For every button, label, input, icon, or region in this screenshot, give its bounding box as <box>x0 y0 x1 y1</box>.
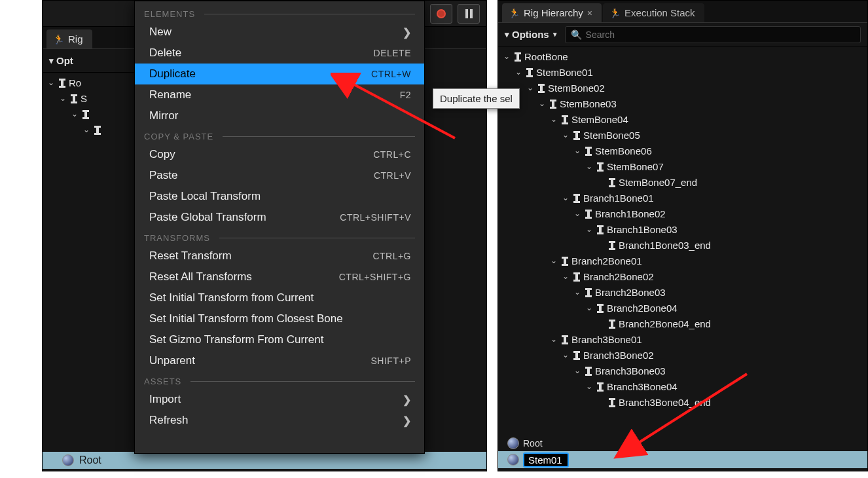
expand-icon[interactable]: ⌄ <box>526 80 535 96</box>
bone-icon <box>560 335 570 345</box>
expand-icon[interactable]: ⌄ <box>58 90 67 106</box>
tab-rig-hierarchy-left[interactable]: 🏃 Rig <box>46 29 92 48</box>
expand-icon[interactable]: ⌄ <box>549 111 558 127</box>
tree-row[interactable]: ⌄Branch1Bone03 <box>502 222 867 238</box>
tree-row[interactable]: ⌄StemBone02 <box>502 81 867 96</box>
expand-icon[interactable]: ⌄ <box>502 48 511 64</box>
tree-row[interactable]: ⌄Branch2Bone04 <box>502 301 867 316</box>
ctx-unparent[interactable]: UnparentSHIFT+P <box>135 350 424 371</box>
expand-icon[interactable]: ⌄ <box>585 378 594 394</box>
ctx-copy[interactable]: CopyCTRL+C <box>135 144 424 165</box>
tab-label: Execution Stack <box>624 7 695 18</box>
tree-row[interactable]: ⌄Branch1Bone02 <box>502 206 867 222</box>
bone-icon <box>69 94 79 104</box>
tooltip: Duplicate the sel <box>433 88 520 109</box>
bone-label: StemBone07_end <box>619 175 697 191</box>
expand-icon[interactable]: ⌄ <box>82 122 91 138</box>
tab-rig-hierarchy[interactable]: 🏃 Rig Hierarchy × <box>502 3 602 22</box>
ctx-section-elements: ELEMENTS <box>135 4 424 22</box>
left-root-selected[interactable]: Root <box>43 452 486 469</box>
tree-row[interactable]: Branch1Bone03_end <box>502 238 867 253</box>
tree-row[interactable]: ⌄Branch3Bone02 <box>502 348 867 363</box>
ctx-reset-all[interactable]: Reset All TransformsCTRL+SHIFT+G <box>135 267 424 287</box>
ctx-paste[interactable]: PasteCTRL+V <box>135 165 424 186</box>
tree-row[interactable]: ⌄StemBone05 <box>502 128 867 143</box>
bone-icon <box>583 366 594 377</box>
options-button[interactable]: ▾ Options ▼ <box>505 29 558 40</box>
ctx-delete[interactable]: DeleteDELETE <box>135 43 424 64</box>
tree-row[interactable]: ⌄Branch2Bone02 <box>502 269 867 285</box>
bone-label: Branch3Bone03 <box>595 363 666 379</box>
expand-icon[interactable]: ⌄ <box>585 221 594 237</box>
expand-icon[interactable]: ⌄ <box>573 284 582 300</box>
record-button[interactable] <box>430 4 452 24</box>
bone-icon <box>536 83 547 94</box>
expand-icon[interactable]: ⌄ <box>549 253 558 268</box>
tree-row[interactable]: ⌄StemBone06 <box>502 143 867 159</box>
tree-row[interactable]: StemBone07_end <box>502 175 867 191</box>
ctx-import[interactable]: Import❯ <box>135 389 424 410</box>
ctx-new[interactable]: New❯ <box>135 22 424 43</box>
tree-row[interactable]: ⌄Branch2Bone03 <box>502 285 867 301</box>
tree-row[interactable]: ⌄Branch1Bone01 <box>502 191 867 206</box>
tree-row[interactable]: ⌄StemBone01 <box>502 65 867 81</box>
tree-row[interactable]: Branch2Bone04_end <box>502 316 867 332</box>
tree-row[interactable]: ⌄Branch3Bone03 <box>502 363 867 379</box>
bone-label: Branch2Bone02 <box>583 269 654 285</box>
expand-icon[interactable]: ⌄ <box>549 331 558 347</box>
ctx-paste-local[interactable]: Paste Local Transform <box>135 186 424 207</box>
expand-icon[interactable]: ⌄ <box>573 363 582 378</box>
ctx-rename[interactable]: RenameF2 <box>135 84 424 105</box>
expand-icon[interactable]: ⌄ <box>573 206 582 221</box>
expand-icon[interactable]: ⌄ <box>561 127 570 143</box>
right-panel: 🏃 Rig Hierarchy × 🏃 Execution Stack ▾ Op… <box>497 0 868 471</box>
selected-rename-row[interactable]: Stem01 <box>498 451 867 468</box>
tree-row[interactable]: ⌄Branch3Bone04 <box>502 379 867 395</box>
expand-icon[interactable]: ⌄ <box>561 190 570 206</box>
ctx-set-init-current[interactable]: Set Initial Transform from Current <box>135 287 424 308</box>
options-button-left[interactable]: ▾ Opt <box>49 55 73 66</box>
expand-icon[interactable]: ⌄ <box>537 96 547 111</box>
bone-label: Branch1Bone01 <box>583 191 654 206</box>
tree-row[interactable]: ⌄RootBone <box>502 49 867 65</box>
expand-icon[interactable]: ⌄ <box>46 75 56 90</box>
expand-icon[interactable]: ⌄ <box>573 143 582 158</box>
search-input[interactable] <box>586 29 855 40</box>
tree-row[interactable]: ⌄StemBone04 <box>502 112 867 128</box>
rename-input[interactable]: Stem01 <box>523 452 569 468</box>
tab-execution-stack[interactable]: 🏃 Execution Stack <box>603 3 704 22</box>
close-icon[interactable]: × <box>587 8 592 18</box>
bone-label: Branch2Bone03 <box>595 285 666 301</box>
tree-row[interactable]: ⌄StemBone07 <box>502 159 867 175</box>
pause-button[interactable] <box>458 4 480 24</box>
ctx-set-gizmo[interactable]: Set Gizmo Transform From Current <box>135 329 424 350</box>
bone-icon <box>607 319 617 329</box>
bone-icon <box>548 99 558 109</box>
ctx-refresh[interactable]: Refresh❯ <box>135 410 424 431</box>
ctx-duplicate[interactable]: DuplicateCTRL+W <box>135 64 424 84</box>
expand-icon[interactable]: ⌄ <box>514 64 523 80</box>
ctx-set-init-bone[interactable]: Set Initial Transform from Closest Bone <box>135 308 424 329</box>
bone-icon <box>524 67 535 78</box>
bone-icon <box>595 225 606 235</box>
expand-icon[interactable]: ⌄ <box>561 347 570 363</box>
tree-row[interactable]: ⌄Branch3Bone01 <box>502 332 867 348</box>
tree-row[interactable]: ⌄StemBone03 <box>502 96 867 112</box>
root-control-row[interactable]: Root <box>498 435 867 451</box>
bone-icon <box>607 177 617 188</box>
ctx-mirror[interactable]: Mirror <box>135 105 424 126</box>
expand-icon[interactable]: ⌄ <box>70 106 79 122</box>
bone-label: Branch2Bone01 <box>571 253 642 269</box>
expand-icon[interactable]: ⌄ <box>585 158 594 174</box>
right-tabs: 🏃 Rig Hierarchy × 🏃 Execution Stack <box>498 1 867 23</box>
tree-row[interactable]: ⌄Branch2Bone01 <box>502 253 867 269</box>
ctx-paste-global[interactable]: Paste Global TransformCTRL+SHIFT+V <box>135 207 424 228</box>
bone-label: Branch3Bone01 <box>571 332 642 348</box>
expand-icon[interactable]: ⌄ <box>561 268 570 284</box>
search-field[interactable]: 🔍 <box>565 26 861 43</box>
left-panel: 🏃 Rig ▾ Opt ⌄Ro ⌄S ⌄ ⌄ ⌄ Root ELEMENTS N… <box>42 0 487 471</box>
tree-row[interactable]: Branch3Bone04_end <box>502 395 867 411</box>
expand-icon[interactable]: ⌄ <box>585 300 594 316</box>
ctx-reset-transform[interactable]: Reset TransformCTRL+G <box>135 246 424 267</box>
bone-label: Branch1Bone02 <box>595 206 666 222</box>
